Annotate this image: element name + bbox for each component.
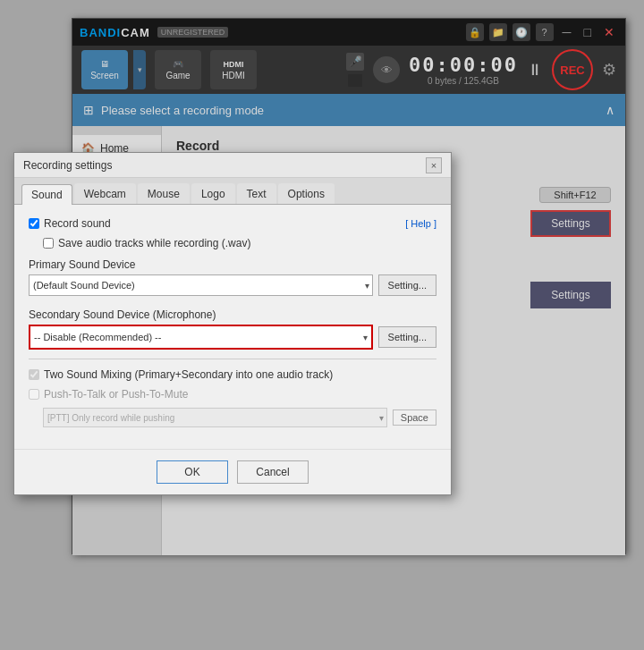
push-to-talk-text: Push-To-Talk or Push-To-Mute bbox=[44, 388, 188, 401]
mode-bar-text: Please select a recording mode bbox=[101, 104, 264, 117]
minimize-button[interactable]: ─ bbox=[559, 25, 575, 39]
cancel-button[interactable]: Cancel bbox=[237, 460, 309, 484]
secondary-device-dropdown-wrapper: -- Disable (Recommended) -- ▾ bbox=[29, 325, 373, 350]
primary-device-dropdown-wrapper: (Default Sound Device) ▾ bbox=[29, 274, 373, 296]
push-to-talk-label: Push-To-Talk or Push-To-Mute bbox=[29, 388, 436, 401]
recording-settings-dialog: Recording settings × Sound Webcam Mouse … bbox=[13, 152, 452, 495]
ptt-mode-row: [PTT] Only record while pushing ▾ Space bbox=[29, 408, 436, 427]
settings-button-main[interactable]: Settings bbox=[530, 210, 611, 237]
help-icon[interactable]: ? bbox=[536, 23, 554, 41]
ok-button[interactable]: OK bbox=[157, 460, 228, 484]
save-audio-text: Save audio tracks while recording (.wav) bbox=[58, 237, 250, 249]
screen-mode-label: Screen bbox=[90, 71, 119, 80]
unregistered-badge: UNREGISTERED bbox=[157, 27, 229, 38]
tab-mouse[interactable]: Mouse bbox=[138, 183, 190, 204]
divider bbox=[29, 359, 436, 359]
collapse-icon[interactable]: ∧ bbox=[606, 103, 614, 117]
gamepad-icon: 🎮 bbox=[173, 59, 183, 69]
screen-mode-button[interactable]: 🖥 Screen bbox=[81, 50, 128, 89]
two-sound-mixing-checkbox[interactable] bbox=[29, 369, 39, 380]
primary-device-label: Primary Sound Device bbox=[29, 258, 436, 271]
secondary-device-label: Secondary Sound Device (Microphone) bbox=[29, 308, 436, 321]
rec-label: REC bbox=[560, 63, 584, 77]
microphone-icon: 🎤 bbox=[346, 53, 364, 71]
close-icon: × bbox=[431, 160, 436, 171]
primary-device-select[interactable]: (Default Sound Device) bbox=[29, 274, 373, 296]
tab-logo[interactable]: Logo bbox=[191, 183, 235, 204]
two-sound-mixing-text: Two Sound Mixing (Primary+Secondary into… bbox=[44, 368, 333, 381]
push-to-talk-checkbox[interactable] bbox=[29, 389, 39, 400]
dialog-body: Record sound [ Help ] Save audio tracks … bbox=[14, 205, 451, 445]
two-sound-mixing-row: Two Sound Mixing (Primary+Secondary into… bbox=[29, 368, 436, 381]
secondary-device-select[interactable]: -- Disable (Recommended) -- bbox=[30, 326, 371, 348]
hdmi-mode-label: HDMI bbox=[222, 71, 245, 80]
file-size-text: 0 bytes / 125.4GB bbox=[409, 76, 518, 86]
mode-selection-bar: ⊞ Please select a recording mode ∧ bbox=[72, 94, 625, 126]
pause-button[interactable]: ⏸ bbox=[527, 61, 543, 80]
tab-webcam[interactable]: Webcam bbox=[74, 183, 136, 204]
save-audio-checkbox[interactable] bbox=[43, 238, 54, 249]
push-to-talk-row: Push-To-Talk or Push-To-Mute bbox=[29, 388, 436, 401]
mic-volume-group: 🎤 bbox=[346, 53, 364, 87]
maximize-button[interactable]: □ bbox=[580, 25, 595, 39]
record-sound-row: Record sound [ Help ] bbox=[29, 217, 436, 230]
volume-bar bbox=[348, 74, 362, 87]
folder-icon[interactable]: 📁 bbox=[489, 23, 507, 41]
section-title: Record bbox=[176, 139, 611, 153]
bandicam-titlebar: BANDICAM UNREGISTERED 🔒 📁 🕐 ? ─ □ ✕ bbox=[72, 19, 625, 46]
primary-setting-button[interactable]: Setting... bbox=[378, 274, 436, 296]
settings-button-2[interactable]: Settings bbox=[530, 282, 611, 308]
game-mode-label: Game bbox=[165, 71, 190, 80]
screen-mode-dropdown[interactable]: ▾ bbox=[133, 50, 146, 89]
grid-icon: ⊞ bbox=[83, 103, 94, 117]
hdmi-mode-button[interactable]: HDMI HDMI bbox=[210, 50, 257, 89]
game-mode-button[interactable]: 🎮 Game bbox=[155, 50, 201, 89]
dialog-title: Recording settings bbox=[23, 159, 426, 172]
save-audio-row: Save audio tracks while recording (.wav) bbox=[29, 237, 436, 249]
hdmi-icon: HDMI bbox=[224, 60, 244, 69]
secondary-setting-button[interactable]: Setting... bbox=[378, 326, 436, 348]
timer-text: 00:00:00 bbox=[409, 54, 518, 76]
lock-icon[interactable]: 🔒 bbox=[466, 23, 484, 41]
monitor-icon: 🖥 bbox=[100, 59, 109, 69]
help-link[interactable]: [ Help ] bbox=[405, 218, 436, 229]
timer-display: 00:00:00 0 bytes / 125.4GB bbox=[409, 54, 518, 86]
ptt-key-badge: Space bbox=[393, 409, 436, 426]
close-button[interactable]: ✕ bbox=[600, 25, 618, 39]
record-sound-label: Record sound bbox=[29, 217, 398, 230]
record-sound-text: Record sound bbox=[44, 217, 111, 230]
tab-options[interactable]: Options bbox=[278, 183, 335, 204]
rec-button[interactable]: REC bbox=[552, 49, 593, 90]
record-sound-checkbox[interactable] bbox=[29, 218, 39, 229]
dialog-titlebar: Recording settings × bbox=[14, 153, 451, 178]
dialog-footer: OK Cancel bbox=[14, 449, 451, 494]
webcam-icon: 👁 bbox=[373, 56, 400, 83]
tab-text[interactable]: Text bbox=[237, 183, 276, 204]
primary-device-row: (Default Sound Device) ▾ Setting... bbox=[29, 274, 436, 296]
clock-icon[interactable]: 🕐 bbox=[513, 23, 530, 41]
toolbar-right: 🎤 👁 00:00:00 0 bytes / 125.4GB ⏸ REC ⚙ bbox=[346, 49, 616, 90]
tab-sound[interactable]: Sound bbox=[21, 184, 72, 205]
two-sound-mixing-label: Two Sound Mixing (Primary+Secondary into… bbox=[29, 368, 436, 381]
titlebar-icons: 🔒 📁 🕐 ? ─ □ ✕ bbox=[466, 23, 618, 41]
save-audio-label: Save audio tracks while recording (.wav) bbox=[43, 237, 436, 249]
dialog-close-button[interactable]: × bbox=[426, 157, 442, 173]
bandicam-toolbar: 🖥 Screen ▾ 🎮 Game HDMI HDMI 🎤 👁 00:00:00… bbox=[72, 46, 625, 94]
dialog-tabs: Sound Webcam Mouse Logo Text Options bbox=[14, 178, 451, 205]
ptt-mode-select[interactable]: [PTT] Only record while pushing bbox=[43, 408, 387, 427]
ptt-select-wrapper: [PTT] Only record while pushing ▾ bbox=[43, 408, 387, 427]
settings-gear-icon[interactable]: ⚙ bbox=[602, 60, 616, 80]
hotkey2-value: Shift+F12 bbox=[539, 187, 611, 203]
bandicam-logo: BANDICAM bbox=[80, 26, 150, 39]
secondary-device-row: -- Disable (Recommended) -- ▾ Setting... bbox=[29, 325, 436, 350]
